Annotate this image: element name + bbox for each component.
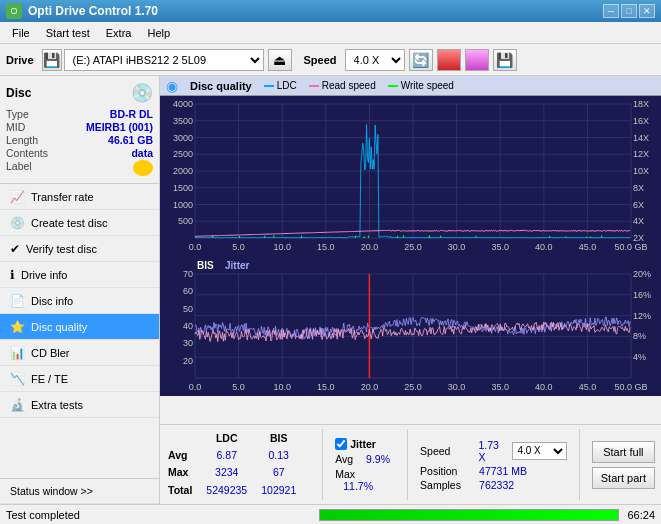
color2-button[interactable] (465, 49, 489, 71)
app-icon: O (6, 3, 22, 19)
toolbar: Drive 💾 (E:) ATAPI iHBS212 2 5L09 ⏏ Spee… (0, 44, 661, 76)
nav-fe-te-label: FE / TE (31, 373, 68, 385)
menu-file[interactable]: File (4, 25, 38, 41)
jitter-label: Jitter (350, 438, 376, 450)
legend-read-speed-dot (309, 85, 319, 87)
divider1 (322, 429, 323, 500)
nav-fe-te[interactable]: 📉 FE / TE (0, 366, 159, 392)
start-part-button[interactable]: Start part (592, 467, 655, 489)
max-ldc: 3234 (206, 465, 259, 481)
legend-write-speed-label: Write speed (401, 80, 454, 91)
disc-quality-icon: ⭐ (10, 320, 25, 334)
progress-container (319, 509, 619, 521)
nav-create-test-disc[interactable]: 💿 Create test disc (0, 210, 159, 236)
legend-ldc-dot (264, 85, 274, 87)
disc-info-panel: Disc 💿 Type BD-R DL MID MEIRB1 (001) Len… (0, 76, 159, 184)
total-ldc: 5249235 (206, 482, 259, 498)
status-time: 66:24 (627, 509, 655, 521)
main-content: Disc 💿 Type BD-R DL MID MEIRB1 (001) Len… (0, 76, 661, 504)
disc-row-mid: MID MEIRB1 (001) (6, 121, 153, 133)
speed-row: Speed 1.73 X 4.0 X (420, 439, 567, 463)
transfer-rate-icon: 📈 (10, 190, 25, 204)
max-bis: 67 (261, 465, 308, 481)
jitter-checkbox[interactable] (335, 438, 347, 450)
close-button[interactable]: ✕ (639, 4, 655, 18)
menu-extra[interactable]: Extra (98, 25, 140, 41)
menu-bar: File Start test Extra Help (0, 22, 661, 44)
label-max: Max (168, 465, 204, 481)
stats-table: LDC BIS Avg 6.87 0.13 Max 3234 67 (166, 429, 310, 500)
stats-row-max: Max 3234 67 (168, 465, 308, 481)
extra-tests-icon: 🔬 (10, 398, 25, 412)
color1-button[interactable] (437, 49, 461, 71)
nav-drive-info[interactable]: ℹ Drive info (0, 262, 159, 288)
minimize-button[interactable]: ─ (603, 4, 619, 18)
legend-write-speed-dot (388, 85, 398, 87)
jitter-section: Jitter Avg 9.9% Max 11.7% (335, 429, 395, 500)
total-bis: 102921 (261, 482, 308, 498)
jitter-max-label: Max (335, 468, 355, 480)
maximize-button[interactable]: □ (621, 4, 637, 18)
refresh-button[interactable]: 🔄 (409, 49, 433, 71)
nav-extra-tests-label: Extra tests (31, 399, 83, 411)
cd-bler-icon: 📊 (10, 346, 25, 360)
speed-select[interactable]: 4.0 X 1.0 X 2.0 X 8.0 X (345, 49, 405, 71)
title-bar: O Opti Drive Control 1.70 ─ □ ✕ (0, 0, 661, 22)
status-window-label: Status window >> (10, 485, 93, 497)
samples-row: Samples 762332 (420, 479, 567, 491)
drive-info-icon: ℹ (10, 268, 15, 282)
chart-wrapper: ◉ Disc quality LDC Read speed Write spee… (160, 76, 661, 504)
samples-stat-value: 762332 (479, 479, 514, 491)
legend-read-speed-label: Read speed (322, 80, 376, 91)
label-total: Total (168, 482, 204, 498)
col-ldc: LDC (206, 431, 259, 445)
fe-te-icon: 📉 (10, 372, 25, 386)
sidebar: Disc 💿 Type BD-R DL MID MEIRB1 (001) Len… (0, 76, 160, 504)
disc-icon: 💿 (131, 82, 153, 104)
speed-stat-value: 1.73 X (478, 439, 508, 463)
legend-write-speed: Write speed (388, 80, 454, 91)
label-avg: Avg (168, 447, 204, 463)
speed-stat-label: Speed (420, 445, 474, 457)
disc-row-type: Type BD-R DL (6, 108, 153, 120)
status-bar: Test completed 66:24 (0, 504, 661, 524)
eject-button[interactable]: ⏏ (268, 49, 292, 71)
divider3 (579, 429, 580, 500)
legend-ldc: LDC (264, 80, 297, 91)
nav-disc-quality-label: Disc quality (31, 321, 87, 333)
nav-create-test-disc-label: Create test disc (31, 217, 107, 229)
speed-inline-select[interactable]: 4.0 X (512, 442, 566, 460)
disc-info-icon: 📄 (10, 294, 25, 308)
col-empty (168, 431, 204, 445)
nav-disc-quality[interactable]: ⭐ Disc quality (0, 314, 159, 340)
speed-label: Speed (304, 54, 337, 66)
start-full-button[interactable]: Start full (592, 441, 655, 463)
jitter-header: Jitter (335, 438, 395, 450)
nav-cd-bler[interactable]: 📊 CD Bler (0, 340, 159, 366)
menu-help[interactable]: Help (139, 25, 178, 41)
nav-transfer-rate[interactable]: 📈 Transfer rate (0, 184, 159, 210)
create-test-disc-icon: 💿 (10, 216, 25, 230)
nav-extra-tests[interactable]: 🔬 Extra tests (0, 392, 159, 418)
progress-bar (320, 510, 618, 520)
position-stat-value: 47731 MB (479, 465, 527, 477)
chart-title: Disc quality (190, 80, 252, 92)
drive-icon: 💾 (42, 49, 62, 71)
avg-bis: 0.13 (261, 447, 308, 463)
drive-select[interactable]: (E:) ATAPI iHBS212 2 5L09 (64, 49, 264, 71)
avg-ldc: 6.87 (206, 447, 259, 463)
chart-header: ◉ Disc quality LDC Read speed Write spee… (160, 76, 661, 96)
nav-disc-info-label: Disc info (31, 295, 73, 307)
chart1-canvas (160, 96, 661, 256)
col-bis: BIS (261, 431, 308, 445)
status-window-button[interactable]: Status window >> (0, 478, 159, 504)
jitter-avg-label: Avg (335, 453, 353, 465)
save-button[interactable]: 💾 (493, 49, 517, 71)
menu-start-test[interactable]: Start test (38, 25, 98, 41)
position-row: Position 47731 MB (420, 465, 567, 477)
jitter-avg-value: 9.9% (366, 453, 390, 465)
disc-row-label: Label (6, 160, 153, 176)
nav-disc-info[interactable]: 📄 Disc info (0, 288, 159, 314)
nav-verify-test-disc[interactable]: ✔ Verify test disc (0, 236, 159, 262)
disc-header: Disc 💿 (6, 82, 153, 104)
